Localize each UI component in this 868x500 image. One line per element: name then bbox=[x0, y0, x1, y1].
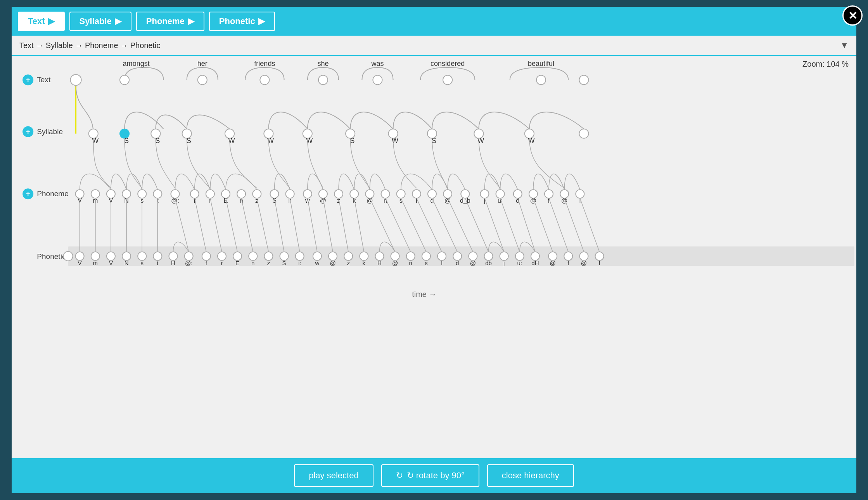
svg-line-110 bbox=[432, 198, 457, 252]
svg-line-96 bbox=[210, 198, 222, 252]
tab-text[interactable]: Text ▶ bbox=[18, 12, 65, 31]
svg-text:she: she bbox=[317, 60, 329, 67]
pt-node-25[interactable] bbox=[453, 252, 462, 260]
pt-node-21[interactable] bbox=[391, 252, 399, 260]
phonetic-level-label: Phonetic bbox=[37, 252, 66, 260]
pt-node-19[interactable] bbox=[360, 252, 368, 260]
pt-node-27[interactable] bbox=[484, 252, 493, 260]
tab-text-label: Text bbox=[28, 16, 45, 26]
pt-node-33[interactable] bbox=[579, 252, 588, 260]
svg-line-106 bbox=[370, 198, 395, 252]
text-node-last[interactable] bbox=[579, 75, 588, 84]
pt-node-32[interactable] bbox=[564, 252, 572, 260]
svg-text:n: n bbox=[251, 260, 254, 266]
svg-line-100 bbox=[274, 198, 284, 252]
breadcrumb: Text → Syllable → Phoneme → Phonetic bbox=[19, 41, 161, 50]
syl-node-last[interactable] bbox=[579, 129, 588, 138]
rotate-button[interactable]: ↻ ↻ rotate by 90° bbox=[381, 464, 479, 487]
pt-node-17[interactable] bbox=[329, 252, 337, 260]
pt-node-5[interactable] bbox=[138, 252, 146, 260]
play-selected-button[interactable]: play selected bbox=[294, 464, 373, 487]
pt-node-20[interactable] bbox=[375, 252, 384, 260]
text-node-considered[interactable] bbox=[443, 75, 452, 84]
svg-text:W: W bbox=[267, 137, 274, 145]
svg-line-94 bbox=[175, 198, 189, 252]
pt-node-18[interactable] bbox=[344, 252, 353, 260]
tab-phoneme-label: Phoneme bbox=[146, 16, 185, 26]
svg-line-108 bbox=[401, 198, 426, 252]
text-node-was[interactable] bbox=[373, 75, 382, 84]
text-node-1[interactable] bbox=[71, 74, 81, 85]
pt-node-34[interactable] bbox=[595, 252, 604, 260]
svg-line-104 bbox=[339, 198, 348, 252]
modal-close-button[interactable]: ✕ bbox=[842, 5, 863, 26]
close-icon: ✕ bbox=[848, 9, 857, 22]
svg-line-119 bbox=[580, 198, 599, 252]
pt-node-29[interactable] bbox=[515, 252, 524, 260]
svg-text:dH: dH bbox=[531, 260, 539, 266]
pt-node-9[interactable] bbox=[202, 252, 211, 260]
breadcrumb-dropdown[interactable]: ▼ bbox=[840, 40, 849, 50]
breadcrumb-bar: Text → Syllable → Phoneme → Phonetic ▼ bbox=[12, 36, 856, 56]
text-node-amongst[interactable] bbox=[120, 75, 129, 84]
phoneme-nodes: V m V N s t @: f r E bbox=[76, 190, 584, 204]
svg-text:was: was bbox=[371, 60, 384, 67]
pt-node-8[interactable] bbox=[185, 252, 193, 260]
svg-text:@:: @: bbox=[185, 260, 192, 266]
time-axis-label: time → bbox=[412, 290, 437, 298]
svg-line-101 bbox=[290, 198, 300, 252]
svg-text:considered: considered bbox=[431, 60, 465, 67]
pt-node-30[interactable] bbox=[531, 252, 539, 260]
text-node-her[interactable] bbox=[198, 75, 207, 84]
pt-node-13[interactable] bbox=[264, 252, 273, 260]
svg-line-113 bbox=[484, 198, 504, 252]
pt-node-6[interactable] bbox=[153, 252, 162, 260]
svg-text:W: W bbox=[92, 137, 99, 145]
pt-node-11[interactable] bbox=[233, 252, 242, 260]
svg-line-112 bbox=[465, 198, 488, 252]
pt-node-15[interactable] bbox=[296, 252, 304, 260]
phonetic-root-node[interactable] bbox=[63, 252, 73, 261]
pt-node-26[interactable] bbox=[469, 252, 477, 260]
pt-node-28[interactable] bbox=[500, 252, 508, 260]
tab-text-arrow: ▶ bbox=[48, 16, 55, 26]
text-level-label: Text bbox=[37, 76, 51, 84]
tab-phoneme[interactable]: Phoneme ▶ bbox=[136, 12, 204, 31]
svg-text:@: @ bbox=[392, 260, 398, 266]
pt-node-7[interactable] bbox=[169, 252, 177, 260]
close-hierarchy-button[interactable]: close hierarchy bbox=[487, 464, 574, 487]
svg-text:m: m bbox=[93, 260, 98, 266]
svg-text:db: db bbox=[485, 260, 492, 266]
text-node-beautiful[interactable] bbox=[536, 75, 546, 84]
svg-text:+: + bbox=[26, 128, 30, 136]
pt-node-1[interactable] bbox=[76, 252, 84, 260]
svg-line-95 bbox=[195, 198, 206, 252]
svg-text:@: @ bbox=[550, 260, 555, 266]
svg-text:H: H bbox=[377, 260, 382, 266]
pt-node-2[interactable] bbox=[91, 252, 100, 260]
pt-node-3[interactable] bbox=[107, 252, 115, 260]
svg-text:n: n bbox=[409, 260, 412, 266]
pt-node-23[interactable] bbox=[422, 252, 431, 260]
pt-node-12[interactable] bbox=[249, 252, 257, 260]
svg-line-99 bbox=[257, 198, 268, 252]
svg-text:@: @ bbox=[320, 197, 326, 204]
text-node-she[interactable] bbox=[318, 75, 328, 84]
pt-node-14[interactable] bbox=[280, 252, 289, 260]
svg-line-114 bbox=[500, 198, 520, 252]
pt-node-24[interactable] bbox=[437, 252, 446, 260]
svg-text:her: her bbox=[197, 60, 207, 67]
text-node-friends[interactable] bbox=[260, 75, 269, 84]
tab-phonetic[interactable]: Phonetic ▶ bbox=[209, 12, 275, 31]
svg-text:r: r bbox=[221, 260, 223, 266]
svg-text:i:: i: bbox=[298, 260, 301, 266]
pt-node-4[interactable] bbox=[122, 252, 131, 260]
svg-line-111 bbox=[448, 198, 473, 252]
svg-line-97 bbox=[226, 198, 237, 252]
pt-node-31[interactable] bbox=[548, 252, 557, 260]
pt-node-16[interactable] bbox=[313, 252, 322, 260]
tab-syllable[interactable]: Syllable ▶ bbox=[69, 12, 131, 31]
pt-node-22[interactable] bbox=[406, 252, 415, 260]
svg-text:W: W bbox=[392, 137, 398, 145]
pt-node-10[interactable] bbox=[218, 252, 226, 260]
